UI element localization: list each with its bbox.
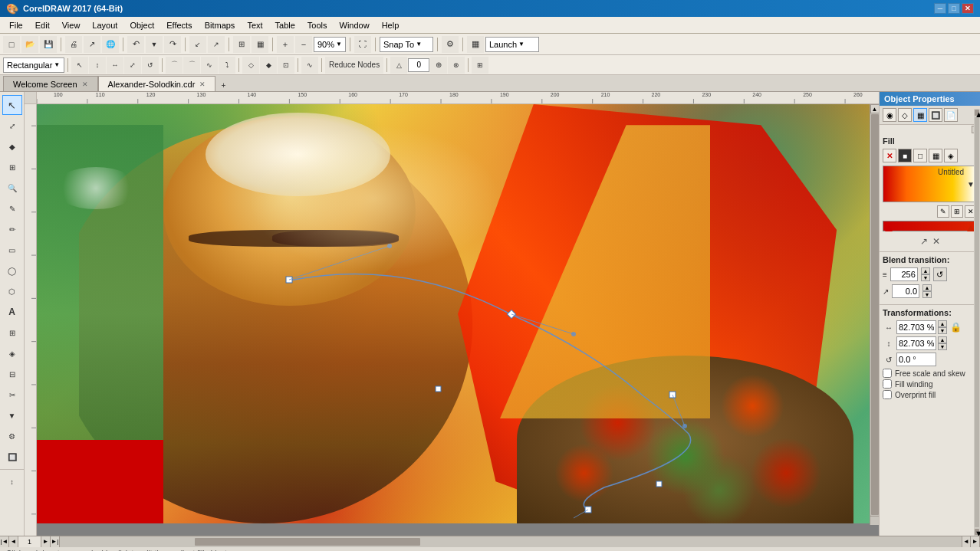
shadow-tool[interactable]: 🔲 bbox=[2, 447, 22, 467]
hscroll-thumb[interactable] bbox=[195, 538, 420, 546]
width-down[interactable]: ▼ bbox=[938, 327, 947, 334]
new-tab-button[interactable]: + bbox=[217, 79, 229, 91]
menu-bitmaps[interactable]: Bitmaps bbox=[199, 19, 242, 31]
node-tool2[interactable]: ↕ bbox=[89, 57, 106, 74]
prop-icon-summary[interactable]: 📄 bbox=[944, 108, 958, 122]
menu-help[interactable]: Help bbox=[376, 19, 406, 31]
minimize-button[interactable]: ─ bbox=[934, 3, 946, 14]
hscroll-right-button[interactable]: ► bbox=[971, 536, 980, 547]
view-mode-button[interactable]: ⊞ bbox=[233, 36, 250, 53]
dropper-tool[interactable]: ✂ bbox=[2, 385, 22, 405]
width-input[interactable] bbox=[896, 320, 936, 334]
blend-angle-down[interactable]: ▼ bbox=[922, 291, 932, 298]
fill-special-button[interactable]: ◈ bbox=[944, 149, 958, 162]
fill-outline-button[interactable]: □ bbox=[913, 149, 927, 162]
zoom-tool[interactable]: 🔍 bbox=[2, 178, 22, 198]
gradient-bar[interactable] bbox=[883, 221, 977, 231]
export2-button[interactable]: ↗ bbox=[208, 36, 225, 53]
rect-tool[interactable]: ▭ bbox=[2, 240, 22, 260]
page-first-button[interactable]: |◄ bbox=[0, 536, 9, 547]
settings-button[interactable]: ⚙ bbox=[442, 36, 459, 53]
zoom-in-button[interactable]: + bbox=[277, 36, 294, 53]
menu-table[interactable]: Table bbox=[269, 19, 301, 31]
canvas-content[interactable] bbox=[37, 104, 879, 523]
node-tool3[interactable]: ↔ bbox=[107, 57, 123, 74]
artwork[interactable] bbox=[37, 104, 879, 523]
print-button[interactable]: 🖨 bbox=[65, 36, 82, 53]
fill-none-button[interactable]: ✕ bbox=[883, 149, 896, 162]
edit-copy-button[interactable]: ⊞ bbox=[951, 205, 963, 218]
smart-fill[interactable]: ✏ bbox=[2, 219, 22, 239]
snap-dropdown[interactable]: Snap To ▼ bbox=[380, 37, 433, 52]
gradient-preview[interactable]: Untitled ▼ bbox=[883, 166, 977, 202]
fill-tool[interactable]: ▼ bbox=[2, 405, 22, 425]
crop-tool[interactable]: ⊞ bbox=[2, 157, 22, 177]
align-tool[interactable]: ⊡ bbox=[278, 57, 294, 74]
undo-arrow[interactable]: ▼ bbox=[146, 36, 163, 53]
node-tool1[interactable]: ↖ bbox=[71, 57, 88, 74]
node-tool5[interactable]: ↺ bbox=[142, 57, 159, 74]
zoom-out-button[interactable]: − bbox=[295, 36, 312, 53]
menu-tools[interactable]: Tools bbox=[301, 19, 334, 31]
curve-tool2[interactable]: ⌒ bbox=[183, 57, 200, 74]
polygon-tool[interactable]: ⬡ bbox=[2, 281, 22, 301]
publish-button[interactable]: 🌐 bbox=[102, 36, 119, 53]
height-input[interactable] bbox=[896, 336, 936, 350]
page-last-button[interactable]: ►| bbox=[51, 536, 60, 547]
prop-icon-style[interactable]: 🔲 bbox=[929, 108, 942, 122]
ellipse-tool[interactable]: ◯ bbox=[2, 261, 22, 280]
menu-object[interactable]: Object bbox=[123, 19, 160, 31]
reflect-button[interactable]: ⊞ bbox=[472, 57, 488, 74]
parallel-dim[interactable]: ◈ bbox=[2, 343, 22, 363]
text-tool[interactable]: A bbox=[2, 302, 22, 322]
view-mode2-button[interactable]: ▦ bbox=[252, 36, 268, 53]
close-button[interactable]: ✕ bbox=[962, 3, 974, 14]
reduce-nodes-label-btn[interactable]: Reduce Nodes bbox=[325, 57, 383, 74]
menu-view[interactable]: View bbox=[56, 19, 87, 31]
overprint-fill-checkbox[interactable] bbox=[883, 390, 892, 399]
width-up[interactable]: ▲ bbox=[938, 320, 947, 327]
panel-scroll-thumb[interactable] bbox=[975, 117, 979, 527]
fill-winding-checkbox[interactable] bbox=[883, 379, 892, 389]
node-type1[interactable]: ◇ bbox=[242, 57, 259, 74]
node-tool4[interactable]: ⤢ bbox=[124, 57, 141, 74]
freehand-tool[interactable]: ⤢ bbox=[2, 116, 22, 136]
free-scale-checkbox[interactable] bbox=[883, 369, 892, 378]
menu-file[interactable]: File bbox=[3, 19, 29, 31]
curve-tool1[interactable]: ⌒ bbox=[166, 57, 183, 74]
zoom-dropdown[interactable]: 90% ▼ bbox=[314, 37, 346, 52]
page-prev-button[interactable]: ◄ bbox=[9, 536, 18, 547]
full-screen-button[interactable]: ⛶ bbox=[354, 36, 371, 53]
blend-angle-up[interactable]: ▲ bbox=[922, 284, 932, 291]
horizontal-scrollbar[interactable] bbox=[60, 536, 962, 547]
prop-icon-special[interactable]: ▦ bbox=[913, 108, 927, 122]
height-up[interactable]: ▲ bbox=[938, 336, 947, 343]
menu-window[interactable]: Window bbox=[334, 19, 376, 31]
menu-effects[interactable]: Effects bbox=[160, 19, 198, 31]
blend-angle-input[interactable] bbox=[892, 284, 919, 298]
shape-tool[interactable]: ◆ bbox=[2, 136, 22, 156]
blend-steps-down[interactable]: ▼ bbox=[921, 274, 930, 281]
open-button[interactable]: 📂 bbox=[21, 36, 38, 53]
panel-scroll-down-thumb[interactable]: ▼ bbox=[975, 529, 979, 535]
fill-pattern-button[interactable]: ▦ bbox=[929, 149, 942, 162]
rotation-input[interactable] bbox=[896, 353, 936, 366]
maximize-button[interactable]: □ bbox=[948, 3, 960, 14]
page-next-button[interactable]: ► bbox=[41, 536, 51, 547]
fill-solid-button[interactable]: ■ bbox=[898, 149, 912, 162]
hscroll-left-button[interactable]: ◄ bbox=[962, 536, 971, 547]
auto-close-button[interactable]: ⊗ bbox=[448, 57, 465, 74]
menu-edit[interactable]: Edit bbox=[29, 19, 56, 31]
blend-refresh-button[interactable]: ↺ bbox=[933, 267, 947, 281]
view-toggle[interactable]: ↕ bbox=[2, 472, 22, 492]
stop-left-icon[interactable] bbox=[885, 225, 893, 231]
tab-document-close[interactable]: ✕ bbox=[199, 80, 206, 88]
table-tool[interactable]: ⊞ bbox=[2, 323, 22, 343]
close-curve-button[interactable]: ⊕ bbox=[430, 57, 447, 74]
curve-tool4[interactable]: ⤵ bbox=[219, 57, 235, 74]
new-button[interactable]: □ bbox=[3, 36, 20, 53]
freehand2-tool[interactable]: ✎ bbox=[2, 198, 22, 218]
blend-tool[interactable]: ⚙ bbox=[2, 426, 22, 446]
prop-icon-stroke[interactable]: ◇ bbox=[898, 108, 912, 122]
panel-scroll-up-thumb[interactable]: ▲ bbox=[975, 110, 979, 116]
